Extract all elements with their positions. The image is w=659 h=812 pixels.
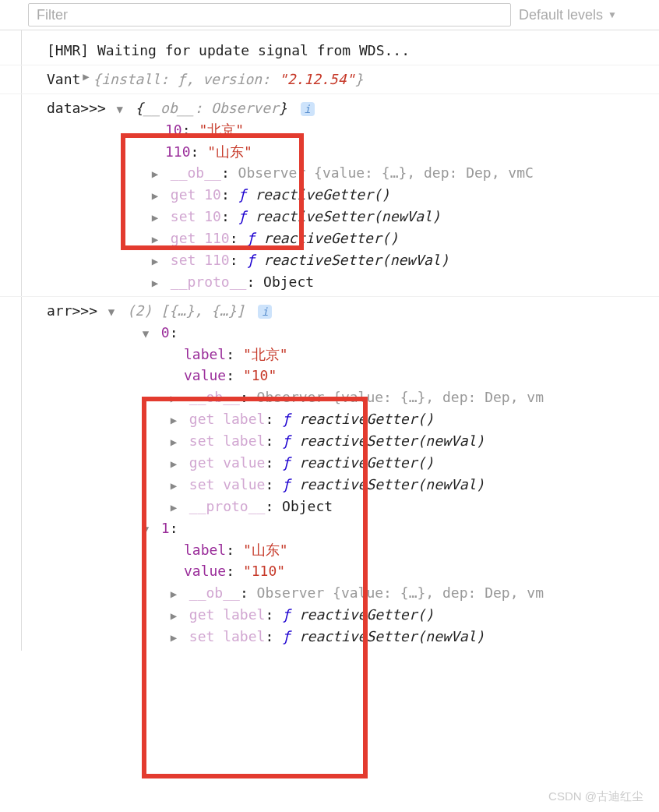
chevron-down-icon: ▼ (608, 9, 617, 20)
object-property[interactable]: get label: ƒ reactiveGetter() (47, 604, 659, 626)
object-property[interactable]: set value: ƒ reactiveSetter(newVal) (47, 474, 659, 496)
object-property[interactable]: get label: ƒ reactiveGetter() (47, 408, 659, 430)
colon: : (240, 584, 257, 601)
colon: : (246, 274, 263, 290)
colon: : (226, 346, 243, 362)
object-property[interactable]: __ob__: Observer {value: {…}, dep: Dep, … (47, 387, 659, 408)
function-symbol: ƒ (246, 230, 263, 246)
expand-icon[interactable] (168, 586, 179, 603)
object-preview[interactable]: {install: ƒ, version: "2.12.54"} (93, 69, 363, 90)
property-key: set label (189, 432, 266, 449)
brace: { (93, 71, 101, 87)
info-icon[interactable]: i (258, 305, 272, 319)
property-key: __ob__ (171, 164, 221, 181)
object-key: version: (203, 71, 279, 87)
function-sig: reactiveSetter(newVal) (263, 252, 449, 268)
colon: : (221, 186, 238, 203)
object-preview: Observer {value: {…}, dep: Dep, vmC (238, 164, 534, 181)
info-icon[interactable]: i (301, 102, 315, 116)
object-property[interactable]: 10: "北京" (47, 119, 659, 141)
expand-icon[interactable] (150, 275, 160, 292)
expand-icon[interactable] (150, 210, 160, 227)
property-key: set 10 (171, 208, 221, 224)
object-property[interactable]: value: "10" (47, 365, 659, 387)
log-entry: [HMR] Waiting for update signal from WDS… (0, 37, 659, 65)
expand-icon[interactable] (168, 434, 179, 451)
object-property[interactable]: set label: ƒ reactiveSetter(newVal) (47, 626, 659, 648)
property-key: get 110 (171, 230, 230, 246)
function-sig: reactiveGetter() (299, 454, 434, 471)
array-index: 0 (161, 324, 170, 341)
object-property[interactable]: set 110: ƒ reactiveSetter(newVal) (47, 249, 659, 271)
colon: : (265, 432, 282, 449)
log-entry: arr>>> (2) [{…}, {…}] i 0: label: "北京" v… (0, 296, 659, 651)
property-key: __proto__ (189, 498, 266, 514)
collapse-icon[interactable] (140, 521, 151, 538)
expand-icon[interactable] (150, 166, 160, 183)
expand-icon[interactable] (150, 188, 160, 205)
brace: } (354, 71, 363, 87)
property-key: set label (189, 628, 266, 644)
log-prefix: data>>> (47, 100, 115, 116)
object-property[interactable]: set label: ƒ reactiveSetter(newVal) (47, 430, 659, 452)
property-key: get label (189, 411, 266, 427)
brace: } (279, 100, 287, 116)
filter-input[interactable] (28, 3, 511, 26)
colon: : (170, 324, 178, 341)
expand-icon[interactable] (168, 608, 179, 625)
array-item[interactable]: 0: (47, 322, 659, 344)
string-value: "110" (243, 563, 285, 579)
object-preview: Observer {value: {…}, dep: Dep, vm (257, 389, 544, 405)
collapse-icon[interactable] (106, 304, 117, 321)
property-key: label (184, 542, 226, 558)
expand-icon[interactable] (168, 478, 179, 495)
function-symbol: ƒ (246, 252, 263, 268)
object-property[interactable]: __ob__: Observer {value: {…}, dep: Dep, … (47, 582, 659, 604)
object-property[interactable]: set 10: ƒ reactiveSetter(newVal) (47, 206, 659, 228)
function-sig: reactiveSetter(newVal) (255, 208, 440, 224)
log-levels-dropdown[interactable]: Default levels ▼ (519, 7, 617, 23)
expand-icon[interactable] (168, 412, 179, 429)
type-name: Object (263, 274, 314, 290)
function-symbol: ƒ (238, 186, 255, 203)
colon: : (191, 143, 208, 160)
colon: : (182, 122, 199, 138)
object-property[interactable]: label: "北京" (47, 344, 659, 365)
expand-icon[interactable] (168, 390, 179, 408)
object-header[interactable]: {__ob__: Observer} (136, 100, 296, 116)
collapse-icon[interactable] (115, 101, 125, 118)
array-header[interactable]: (2) [{…}, {…}] (127, 302, 245, 319)
array-index: 1 (161, 520, 170, 536)
object-property[interactable]: __ob__: Observer {value: {…}, dep: Dep, … (47, 162, 659, 184)
expand-icon[interactable] (168, 630, 179, 647)
colon: : (226, 563, 243, 579)
expand-icon[interactable] (150, 253, 160, 270)
property-key: 110 (165, 143, 191, 160)
expand-icon[interactable] (150, 231, 160, 249)
expand-icon[interactable] (80, 69, 91, 90)
property-key: get 10 (171, 186, 221, 203)
object-property[interactable]: get value: ƒ reactiveGetter() (47, 452, 659, 474)
collapse-icon[interactable] (140, 326, 151, 343)
expand-icon[interactable] (168, 500, 179, 517)
levels-label: Default levels (519, 7, 603, 23)
object-property[interactable]: 110: "山东" (47, 141, 659, 163)
array-item[interactable]: 1: (47, 517, 659, 539)
colon: : (194, 100, 211, 116)
object-property[interactable]: label: "山东" (47, 539, 659, 561)
function-symbol: ƒ (282, 454, 299, 471)
object-property[interactable]: get 110: ƒ reactiveGetter() (47, 228, 659, 249)
object-key: __ob__ (143, 100, 194, 116)
console-output: [HMR] Waiting for update signal from WDS… (0, 30, 659, 651)
property-key: __proto__ (171, 274, 247, 290)
object-property[interactable]: value: "110" (47, 560, 659, 582)
property-key: get label (189, 606, 266, 623)
function-sig: reactiveGetter() (263, 230, 398, 246)
colon: : (170, 520, 178, 536)
object-property[interactable]: get 10: ƒ reactiveGetter() (47, 184, 659, 206)
function-sig: reactiveSetter(newVal) (299, 432, 485, 449)
object-property[interactable]: __proto__: Object (47, 271, 659, 293)
expand-icon[interactable] (168, 456, 179, 473)
object-property[interactable]: __proto__: Object (47, 496, 659, 517)
colon: : (226, 542, 243, 558)
